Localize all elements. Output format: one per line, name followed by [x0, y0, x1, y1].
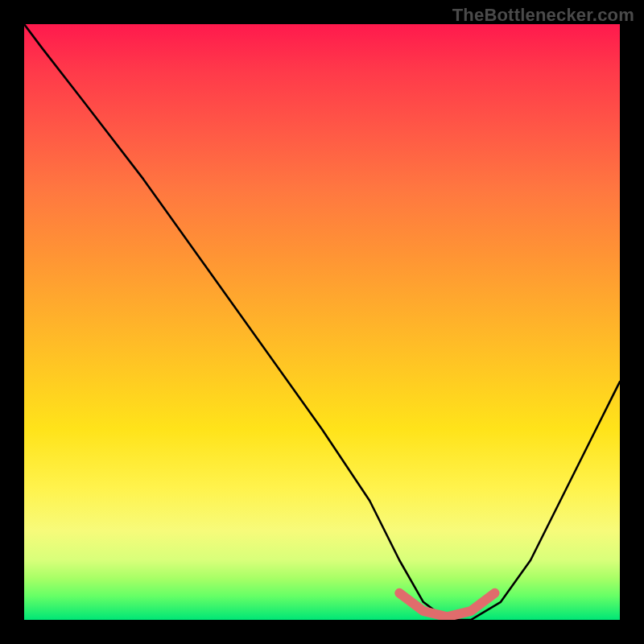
- chart-frame: TheBottlenecker.com: [0, 0, 644, 644]
- bottleneck-curve: [24, 24, 620, 620]
- curve-path: [24, 24, 620, 620]
- plot-area: [24, 24, 620, 620]
- watermark-text: TheBottlenecker.com: [452, 5, 634, 26]
